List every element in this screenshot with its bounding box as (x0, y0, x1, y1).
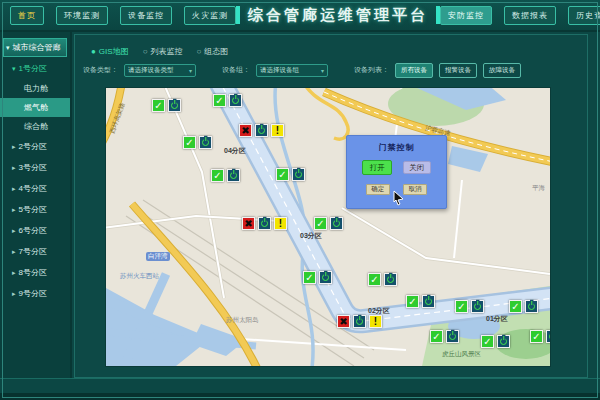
view-mode-radio[interactable]: ○组态图 (196, 46, 228, 57)
device-ok-marker[interactable]: ✓ (455, 300, 484, 313)
sidebar-item-zone[interactable]: ▸4号分区 (0, 178, 70, 199)
nav-button[interactable]: 历史查询 (568, 6, 600, 25)
device-alarm-marker[interactable]: ✖! (337, 315, 382, 328)
app-body: ▾ 城市综合管廊 ▾ 1号分区 电力舱燃气舱综合舱 ▸2号分区▸3号分区▸4号分… (0, 32, 600, 378)
nav-button[interactable]: 火灾监测 (184, 6, 236, 25)
filter-bar: 设备类型： 请选择设备类型 ▾ 设备组： 请选择设备组 ▾ 设备列表： 所有设备… (75, 59, 587, 81)
device-group-value: 请选择设备组 (260, 66, 299, 75)
modal-title: 门禁控制 (347, 142, 446, 153)
device-ok-marker[interactable]: ✓ (303, 271, 332, 284)
sidebar-item-zone[interactable]: ▸9号分区 (0, 283, 70, 304)
chevron-right-icon: ▸ (12, 206, 16, 214)
chevron-right-icon: ▸ (12, 269, 16, 277)
device-alarm-marker[interactable]: ✖! (242, 217, 287, 230)
modal-cancel-button[interactable]: 取消 (403, 184, 427, 195)
device-ok-marker[interactable]: ✓ (211, 169, 240, 182)
power-icon (384, 273, 397, 286)
check-icon: ✓ (430, 330, 443, 343)
sidebar-item-zone1[interactable]: ▾ 1号分区 (0, 57, 70, 79)
main-panel: ●GIS地图○列表监控○组态图 设备类型： 请选择设备类型 ▾ 设备组： 请选择… (74, 34, 588, 378)
device-group-label: 设备组： (222, 65, 250, 75)
chevron-right-icon: ▸ (12, 185, 16, 193)
warning-icon: ! (271, 124, 284, 137)
power-icon (319, 271, 332, 284)
device-list-label: 设备列表： (354, 65, 389, 75)
device-ok-marker[interactable]: ✓ (530, 330, 550, 343)
chevron-right-icon: ▸ (12, 164, 16, 172)
power-icon (525, 300, 538, 313)
device-list-button[interactable]: 所有设备 (395, 63, 433, 78)
door-open-button[interactable]: 打开 (362, 160, 392, 175)
power-icon (330, 217, 343, 230)
door-close-button[interactable]: 关闭 (403, 161, 431, 174)
check-icon: ✓ (314, 217, 327, 230)
sidebar-item-zone[interactable]: ▸2号分区 (0, 136, 70, 157)
sidebar-root-node[interactable]: ▾ 城市综合管廊 (3, 38, 67, 57)
sidebar-item-zone[interactable]: ▸3号分区 (0, 157, 70, 178)
nav-right-group: 安防监控数据报表历史查询用户管理 (440, 6, 600, 25)
warning-icon: ! (369, 315, 382, 328)
nav-button[interactable]: 首页 (10, 6, 44, 25)
radio-icon: ○ (143, 47, 148, 56)
nav-button[interactable]: 数据报表 (504, 6, 556, 25)
app-title: 综合管廊运维管理平台 (248, 6, 428, 25)
section-label: 03分区 (300, 231, 322, 241)
device-ok-marker[interactable]: ✓ (406, 295, 435, 308)
top-nav-bar: 首页环境监测设备监控火灾监测 综合管廊运维管理平台 安防监控数据报表历史查询用户… (0, 0, 600, 32)
device-group-select[interactable]: 请选择设备组 ▾ (256, 64, 328, 77)
power-icon (546, 330, 550, 343)
device-ok-marker[interactable]: ✓ (509, 300, 538, 313)
device-ok-marker[interactable]: ✓ (152, 99, 181, 112)
radio-icon: ● (91, 47, 96, 56)
device-ok-marker[interactable]: ✓ (213, 94, 242, 107)
power-icon (227, 169, 240, 182)
chevron-right-icon: ▸ (12, 290, 16, 298)
check-icon: ✓ (406, 295, 419, 308)
device-ok-marker[interactable]: ✓ (481, 335, 510, 348)
nav-button[interactable]: 环境监测 (56, 6, 108, 25)
chevron-down-icon: ▾ (6, 44, 10, 52)
alarm-x-icon: ✖ (242, 217, 255, 230)
check-icon: ✓ (213, 94, 226, 107)
zone-list: ▸2号分区▸3号分区▸4号分区▸5号分区▸6号分区▸7号分区▸8号分区▸9号分区 (0, 136, 70, 304)
device-type-select[interactable]: 请选择设备类型 ▾ (124, 64, 196, 77)
section-label: 04分区 (224, 146, 246, 156)
sidebar-item-zone[interactable]: ▸7号分区 (0, 241, 70, 262)
device-type-value: 请选择设备类型 (128, 66, 174, 75)
power-icon (292, 168, 305, 181)
view-mode-radio[interactable]: ●GIS地图 (91, 46, 129, 57)
device-ok-marker[interactable]: ✓ (368, 273, 397, 286)
sidebar-item-zone[interactable]: ▸8号分区 (0, 262, 70, 283)
modal-ok-button[interactable]: 确定 (366, 184, 390, 195)
device-list-button[interactable]: 故障设备 (483, 63, 521, 78)
device-list-button[interactable]: 报警设备 (439, 63, 477, 78)
check-icon: ✓ (211, 169, 224, 182)
place-label: 虎丘山风景区 (442, 350, 481, 359)
sidebar-item-cabin[interactable]: 电力舱 (0, 79, 70, 98)
map-view[interactable]: 04分区03分区02分区01分区西环高架路沪蓉高速联城站平海白洋湾苏州火车西站苏… (106, 88, 550, 366)
radio-icon: ○ (196, 47, 201, 56)
chevron-right-icon: ▸ (12, 248, 16, 256)
device-ok-marker[interactable]: ✓ (430, 330, 459, 343)
app-window: 首页环境监测设备监控火灾监测 综合管廊运维管理平台 安防监控数据报表历史查询用户… (0, 0, 600, 400)
footer-bar (0, 378, 600, 400)
device-alarm-marker[interactable]: ✖! (239, 124, 284, 137)
sidebar-item-cabin[interactable]: 综合舱 (0, 117, 70, 136)
sidebar-item-cabin[interactable]: 燃气舱 (0, 98, 70, 117)
place-label: 平海 (532, 184, 545, 193)
nav-button[interactable]: 安防监控 (440, 6, 492, 25)
check-icon: ✓ (152, 99, 165, 112)
check-icon: ✓ (530, 330, 543, 343)
device-ok-marker[interactable]: ✓ (314, 217, 343, 230)
device-ok-marker[interactable]: ✓ (183, 136, 212, 149)
view-mode-radio[interactable]: ○列表监控 (143, 46, 183, 57)
nav-button[interactable]: 设备监控 (120, 6, 172, 25)
nav-left-group: 首页环境监测设备监控火灾监测 (10, 6, 236, 25)
sidebar-item-zone[interactable]: ▸5号分区 (0, 199, 70, 220)
device-ok-marker[interactable]: ✓ (276, 168, 305, 181)
power-icon (497, 335, 510, 348)
power-icon (353, 315, 366, 328)
power-icon (199, 136, 212, 149)
sidebar-item-zone[interactable]: ▸6号分区 (0, 220, 70, 241)
power-icon (471, 300, 484, 313)
